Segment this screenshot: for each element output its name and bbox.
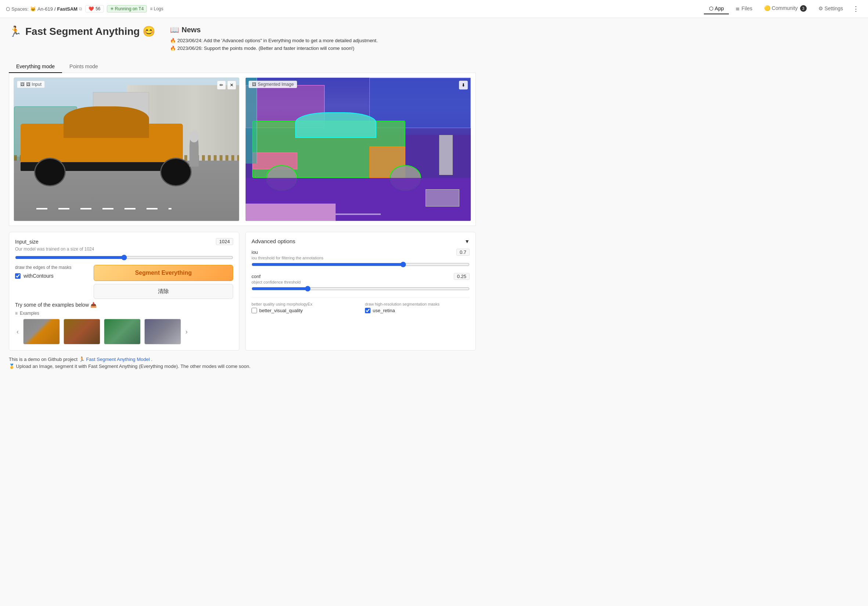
topnav: ⬡ Spaces: 🐱 An-619 / FastSAM ⧉ ❤️ 56 ✳ R… <box>0 0 868 18</box>
seg-road-mark1 <box>336 213 381 215</box>
prev-arrow-icon[interactable]: ‹ <box>15 326 20 337</box>
iou-param: iou 0.7 iou threshold for filtering the … <box>251 249 470 269</box>
input-size-label-row: Input_size 1024 <box>15 238 233 245</box>
tab-app[interactable]: ⬡ App <box>704 3 729 14</box>
download-button[interactable]: ⬇ <box>459 81 468 90</box>
tab-everything-mode[interactable]: Everything mode <box>9 60 62 73</box>
car-roof <box>64 107 149 138</box>
running-badge: ✳ Running on T4 <box>107 5 147 12</box>
use-retina-check-row: use_retina <box>365 308 470 313</box>
footer-section: This is a demo on Github project 🏃 Fast … <box>9 357 476 369</box>
controls-left: Input_size 1024 Our model was trained on… <box>9 232 239 351</box>
copy-icon[interactable]: ⧉ <box>79 6 82 11</box>
input-panel-label: 🖼 🖼 Input <box>17 81 45 88</box>
footer-link[interactable]: Fast Segment Anything Model <box>86 357 149 362</box>
input-panel-label-text: 🖼 Input <box>26 82 42 87</box>
topnav-left: ⬡ Spaces: 🐱 An-619 / FastSAM ⧉ ❤️ 56 ✳ R… <box>6 5 699 12</box>
road-markings <box>36 208 172 209</box>
use-retina-check-label: use_retina <box>373 308 395 313</box>
with-contours-label: withContours <box>23 273 54 279</box>
files-icon: ≣ <box>735 6 741 11</box>
segment-everything-button[interactable]: Segment Everything <box>94 265 233 281</box>
better-quality-group: better quality using morphologyEx better… <box>251 302 356 313</box>
examples-label: Examples <box>20 311 39 316</box>
app-name[interactable]: FastSAM <box>57 6 78 12</box>
conf-label: conf <box>251 274 261 279</box>
use-retina-checkbox[interactable] <box>365 308 370 313</box>
seg-pink-area <box>246 204 336 221</box>
contours-check-row: withContours <box>15 273 85 279</box>
spaces-label: Spaces: <box>11 6 29 12</box>
segmented-image-panel: 🖼 Segmented Image ⬇ <box>245 77 471 221</box>
conf-slider[interactable] <box>251 286 470 292</box>
with-contours-checkbox[interactable] <box>15 273 20 279</box>
input-size-slider[interactable] <box>15 255 233 260</box>
person-head <box>189 131 198 142</box>
iou-label: iou <box>251 249 258 255</box>
tab-points-mode[interactable]: Points mode <box>62 60 105 73</box>
title-emoji: 🏃 <box>9 25 22 37</box>
settings-icon: ⚙ <box>818 6 825 11</box>
community-badge: 3 <box>800 5 807 12</box>
car-wheel-left <box>34 158 66 186</box>
contours-label: draw the edges of the masks <box>15 265 85 270</box>
user-avatar-icon: 🐱 <box>30 6 36 12</box>
header-row: 🏃 Fast Segment Anything 😊 📖 News 🔥 2023/… <box>9 25 476 53</box>
app-title-section: 🏃 Fast Segment Anything 😊 <box>9 25 155 37</box>
like-count: 56 <box>96 6 100 11</box>
controls-row: Input_size 1024 Our model was trained on… <box>9 232 476 351</box>
input-frame-icon: 🖼 <box>20 82 25 87</box>
conf-label-row: conf 0.25 <box>251 273 470 280</box>
advanced-header: Advanced options ▼ <box>251 238 470 244</box>
segmented-panel-label-text: Segmented Image <box>258 82 294 87</box>
running-icon: ✳ <box>110 6 114 11</box>
tab-settings[interactable]: ⚙ Settings <box>813 3 848 14</box>
main-container: 🏃 Fast Segment Anything 😊 📖 News 🔥 2023/… <box>0 18 485 376</box>
seg-car-roof <box>295 112 377 138</box>
seg-frame-icon: 🖼 <box>252 82 256 87</box>
iou-slider[interactable] <box>251 261 470 267</box>
app-title: 🏃 Fast Segment Anything 😊 <box>9 25 155 37</box>
example-thumb-text[interactable] <box>64 319 100 345</box>
running-label: Running on T4 <box>115 6 144 11</box>
example-thumb-car[interactable] <box>23 319 60 345</box>
input-size-value: 1024 <box>216 238 233 245</box>
tab-community[interactable]: 🟡 Community 3 <box>759 3 812 15</box>
controls-right: Advanced options ▼ iou 0.7 iou threshold… <box>245 232 476 351</box>
contours-action-row: draw the edges of the masks withContours… <box>15 265 233 299</box>
next-arrow-icon[interactable]: › <box>184 326 189 337</box>
clear-button[interactable]: 清除 <box>94 284 233 299</box>
app-icon: ⬡ <box>709 6 715 11</box>
conf-param: conf 0.25 object confidence threshold <box>251 273 470 293</box>
edit-button[interactable]: ✏ <box>217 81 226 90</box>
logs-button[interactable]: ≡ Logs <box>150 6 163 11</box>
footer-line1: This is a demo on Github project 🏃 Fast … <box>9 357 476 362</box>
like-badge[interactable]: ❤️ 56 <box>85 5 104 12</box>
examples-label-row: ≡ Examples <box>15 311 233 316</box>
iou-hint: iou threshold for filtering the annotati… <box>251 256 470 260</box>
advanced-toggle-icon[interactable]: ▼ <box>465 238 470 244</box>
example-thumb-building[interactable] <box>144 319 181 345</box>
iou-value: 0.7 <box>456 249 470 256</box>
user-name[interactable]: An-619 <box>37 6 53 12</box>
contours-section: draw the edges of the masks withContours <box>15 265 85 279</box>
better-visual-quality-label: better_visual_quality <box>259 308 303 313</box>
input-size-label: Input_size <box>15 239 39 245</box>
more-icon[interactable]: ⋮ <box>849 3 862 14</box>
title-text: Fast Segment Anything 😊 <box>25 25 155 37</box>
news-section: 📖 News 🔥 2023/06/24: Add the 'Advanced o… <box>170 25 476 53</box>
topnav-right: ⬡ App ≣ Files 🟡 Community 3 ⚙ Settings ⋮ <box>704 3 862 15</box>
heart-icon: ❤️ <box>88 6 94 11</box>
conf-value: 0.25 <box>454 273 470 280</box>
input-image-panel: 🖼 🖼 Input ✏ ✕ <box>14 77 239 221</box>
seg-teal-col <box>246 78 257 164</box>
input-size-hint: Our model was trained on a size of 1024 <box>15 246 233 252</box>
close-button[interactable]: ✕ <box>227 81 236 90</box>
seg-person <box>439 135 453 175</box>
better-quality-label: better quality using morphologyEx <box>251 302 356 306</box>
better-visual-quality-checkbox[interactable] <box>251 308 257 313</box>
example-thumb-green[interactable] <box>104 319 141 345</box>
conf-hint: object confidence threshold <box>251 280 470 284</box>
tab-files[interactable]: ≣ Files <box>730 3 757 14</box>
examples-section: Try some of the examples below 📥 ≡ Examp… <box>15 302 233 345</box>
